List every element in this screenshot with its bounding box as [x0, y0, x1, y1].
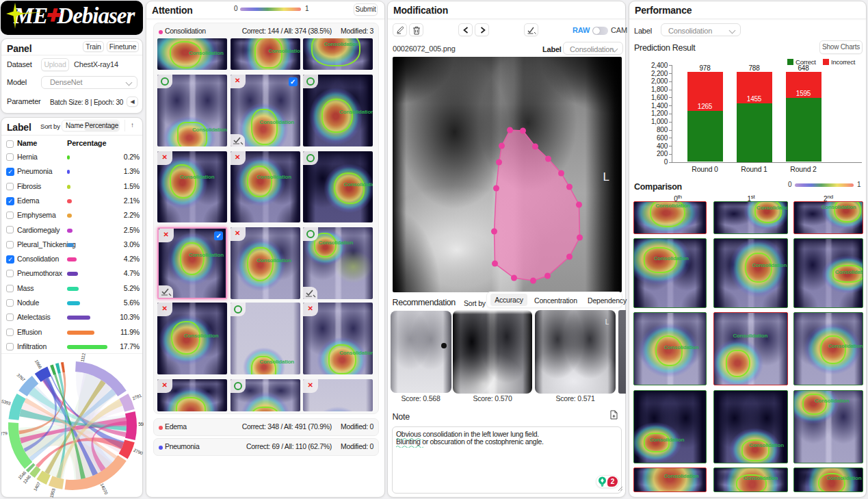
svg-text:2781: 2781 [131, 393, 142, 401]
svg-text:1866: 1866 [34, 359, 43, 370]
svg-text:11124: 11124 [80, 353, 87, 362]
svg-text:3767: 3767 [16, 372, 26, 383]
svg-text:5779: 5779 [1, 431, 8, 437]
svg-text:2790: 2790 [133, 448, 144, 456]
svg-text:1953: 1953 [49, 487, 55, 498]
svg-text:1407: 1407 [32, 481, 41, 492]
svg-text:5660: 5660 [138, 422, 144, 426]
svg-text:5393: 5393 [1, 398, 12, 406]
svg-text:14070: 14070 [99, 483, 109, 496]
